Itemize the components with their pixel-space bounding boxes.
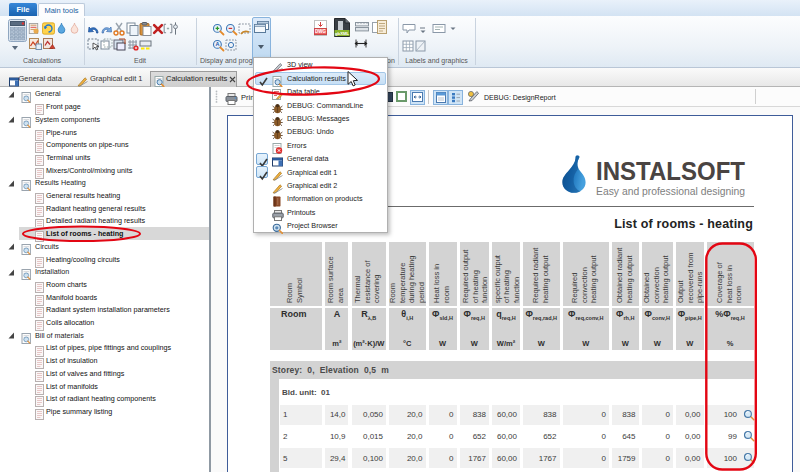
svg-text:A: A: [215, 41, 219, 47]
svg-text:Easy and professional designin: Easy and professional designing: [596, 185, 745, 197]
svg-text:gbXML: gbXML: [335, 31, 349, 36]
svg-text:INSTALSOFT: INSTALSOFT: [596, 156, 745, 186]
svg-text:DWG: DWG: [315, 29, 326, 34]
